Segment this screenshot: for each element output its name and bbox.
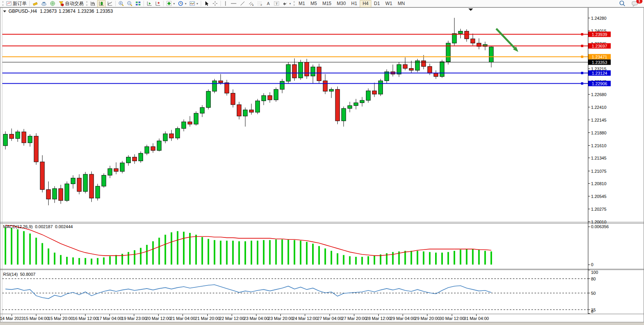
svg-text:29 Mar 04:00: 29 Mar 04:00 xyxy=(390,316,415,321)
svg-text:30 Mar 12:00: 30 Mar 12:00 xyxy=(439,316,465,321)
autotrading-button[interactable]: 自动交易 xyxy=(57,0,85,7)
svg-text:1.20275: 1.20275 xyxy=(591,207,606,212)
brush-tool-button[interactable] xyxy=(31,0,39,7)
timeframe-mn-button[interactable]: MN xyxy=(395,0,408,7)
svg-text:23 Mar 04:00: 23 Mar 04:00 xyxy=(244,316,269,321)
new-order-label: 新订单 xyxy=(13,0,27,7)
notifications-button[interactable]: 1 xyxy=(630,0,641,7)
bar-chart-button[interactable] xyxy=(89,0,97,7)
timeframe-m30-button[interactable]: M30 xyxy=(334,0,348,7)
svg-text:F: F xyxy=(261,4,262,6)
mt4-window: 新订单 自动交易 ▾ ▾ ▾ E F A T xyxy=(0,0,644,325)
chevron-down-icon: ▾ xyxy=(289,2,291,5)
toolbar-drag-handle[interactable] xyxy=(86,1,87,6)
toolbar-drag-handle[interactable] xyxy=(2,1,3,6)
search-button[interactable] xyxy=(617,0,627,7)
autotrading-icon xyxy=(58,1,64,6)
timeframe-m5-button[interactable]: M5 xyxy=(308,0,320,7)
chart-shift-button[interactable] xyxy=(154,0,162,7)
svg-text:19 Mar 23:00: 19 Mar 23:00 xyxy=(121,316,147,321)
line-chart-icon xyxy=(107,1,113,6)
chevron-down-icon: ▾ xyxy=(173,2,175,5)
svg-text:20 Mar 12:00: 20 Mar 12:00 xyxy=(146,316,171,321)
toolbar-separator xyxy=(29,1,30,6)
toolbar-drag-handle[interactable] xyxy=(294,1,295,6)
candlestick-icon xyxy=(99,1,104,6)
main-toolbar: 新订单 自动交易 ▾ ▾ ▾ E F A T xyxy=(0,0,644,7)
auto-scroll-icon xyxy=(147,1,152,6)
svg-text:22 Mar 12:00: 22 Mar 12:00 xyxy=(219,316,244,321)
svg-text:1.23353: 1.23353 xyxy=(592,60,607,65)
svg-text:1.23124: 1.23124 xyxy=(592,71,607,76)
svg-text:1.23939: 1.23939 xyxy=(592,32,607,37)
chart-frame xyxy=(0,7,644,325)
timeframe-m1-button[interactable]: M1 xyxy=(296,0,308,7)
svg-text:17 Mar 04:00: 17 Mar 04:00 xyxy=(97,316,122,321)
text-label-button[interactable]: T xyxy=(272,0,281,7)
svg-text:27 Mar 04:00: 27 Mar 04:00 xyxy=(317,316,342,321)
text-icon: A xyxy=(266,1,271,6)
timeframe-d1-button[interactable]: D1 xyxy=(371,0,383,7)
vertical-line-button[interactable] xyxy=(222,0,229,7)
equidistant-channel-button[interactable]: E xyxy=(247,0,256,7)
svg-text:1.21075: 1.21075 xyxy=(591,169,606,174)
svg-text:21 Mar 20:00: 21 Mar 20:00 xyxy=(195,316,220,321)
svg-text:1.22680: 1.22680 xyxy=(591,92,606,97)
svg-text:1.20545: 1.20545 xyxy=(591,194,606,199)
chart-canvas[interactable]: 1.242801.240151.237451.234751.232151.229… xyxy=(0,7,644,325)
templates-button[interactable]: ▾ xyxy=(188,0,200,7)
signal-broadcast-button[interactable] xyxy=(48,0,57,7)
timeframe-w1-button[interactable]: W1 xyxy=(383,0,395,7)
svg-text:1.22410: 1.22410 xyxy=(591,105,606,110)
new-order-button[interactable]: 新订单 xyxy=(5,0,28,7)
line-chart-button[interactable] xyxy=(106,0,114,7)
chevron-down-icon: ▾ xyxy=(196,2,198,5)
vertical-line-icon xyxy=(224,1,227,6)
crosshair-button[interactable] xyxy=(211,0,219,7)
add-indicator-icon xyxy=(166,1,172,6)
cloud-sync-button[interactable] xyxy=(39,0,48,7)
tile-windows-icon xyxy=(135,1,141,6)
svg-text:21 Mar 04:00: 21 Mar 04:00 xyxy=(170,316,195,321)
svg-text:A: A xyxy=(267,1,270,6)
zoom-out-button[interactable] xyxy=(125,0,134,7)
auto-scroll-button[interactable] xyxy=(145,0,154,7)
svg-text:1.24280: 1.24280 xyxy=(591,16,606,21)
horizontal-line-button[interactable] xyxy=(229,0,238,7)
svg-text:1.23697: 1.23697 xyxy=(592,44,607,48)
crosshair-icon xyxy=(212,1,218,6)
search-icon xyxy=(619,0,625,7)
autotrading-label: 自动交易 xyxy=(65,0,84,7)
cursor-button[interactable] xyxy=(202,0,211,7)
periods-button[interactable]: ▾ xyxy=(176,0,188,7)
chart-shift-icon xyxy=(155,1,161,6)
svg-text:31 Mar 04:00: 31 Mar 04:00 xyxy=(464,316,489,321)
tile-windows-button[interactable] xyxy=(134,0,142,7)
arrows-icon xyxy=(282,1,288,6)
toolbar-separator xyxy=(220,1,221,6)
toolbar-separator xyxy=(163,1,164,6)
bar-chart-icon xyxy=(90,1,96,6)
trendline-button[interactable] xyxy=(238,0,247,7)
svg-text:1.20010: 1.20010 xyxy=(591,220,606,224)
arrows-button[interactable]: ▾ xyxy=(281,0,292,7)
svg-text:80: 80 xyxy=(591,277,596,281)
horizontal-line-icon xyxy=(231,1,237,6)
zoom-in-button[interactable] xyxy=(117,0,125,7)
timeframe-m15-button[interactable]: M15 xyxy=(319,0,334,7)
timeframe-h1-button[interactable]: H1 xyxy=(348,0,360,7)
trendline-icon xyxy=(240,1,245,6)
toolbar-separator xyxy=(143,1,144,6)
macd-axis-max: 0.006356 xyxy=(591,224,609,229)
fibonacci-button[interactable]: F xyxy=(256,0,265,7)
indicators-button[interactable]: ▾ xyxy=(165,0,176,7)
text-button[interactable]: A xyxy=(265,0,272,7)
svg-text:0: 0 xyxy=(591,309,593,314)
unread-badge: 1 xyxy=(636,0,642,3)
svg-text:16 Mar 12:00: 16 Mar 12:00 xyxy=(73,316,98,321)
fibonacci-icon: F xyxy=(257,1,263,6)
cursor-icon xyxy=(204,1,209,6)
timeframe-h4-button[interactable]: H4 xyxy=(360,0,371,7)
svg-text:27 Mar 20:00: 27 Mar 20:00 xyxy=(342,316,367,321)
candlestick-chart-button[interactable] xyxy=(97,0,106,7)
